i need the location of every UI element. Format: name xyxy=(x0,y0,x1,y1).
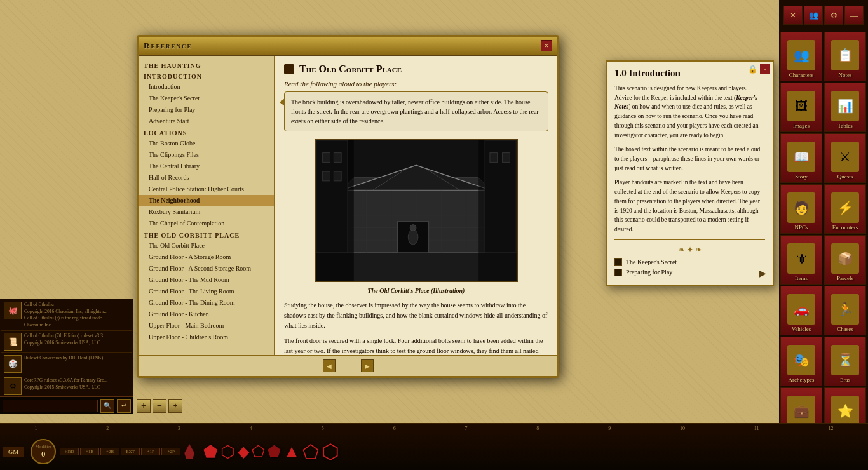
nav-item-adventure-start[interactable]: Adventure Start xyxy=(139,116,274,127)
info-divider xyxy=(614,239,765,240)
zoom-reset-button[interactable]: ⌖ xyxy=(168,399,182,413)
d8-die[interactable]: ◆ xyxy=(238,443,249,460)
stat-ext: EXT xyxy=(121,448,140,455)
d12-die[interactable]: ⬟ xyxy=(268,443,281,460)
nav-prev-button[interactable]: ◀ xyxy=(323,359,336,372)
nav-item-storage-a[interactable]: Ground Floor - A Storage Room xyxy=(139,252,274,263)
info-paragraph1: This scenario is designed for new Keeper… xyxy=(614,84,765,140)
ext-label: EXT xyxy=(126,449,135,454)
nav-item-chapel[interactable]: The Chapel of Contemplation xyxy=(139,218,274,229)
ad-item-2[interactable]: 📜 Call of Cthulhu (7th Edition) ruleset … xyxy=(1,331,132,353)
sidebar-top-btn-4[interactable]: — xyxy=(844,6,864,25)
stat-1p[interactable]: +1P xyxy=(141,448,160,455)
d20-die[interactable]: ⬠ xyxy=(302,441,319,463)
characters-icon: 👥 xyxy=(787,40,815,70)
info-panel-close-button[interactable]: × xyxy=(760,64,770,74)
nav-item-mud-room[interactable]: Ground Floor - The Mud Room xyxy=(139,274,274,286)
nav-section-corbitt: The Old Corbitt Place xyxy=(139,229,274,240)
info-panel: × 🔒 1.0 Introduction This scenario is de… xyxy=(606,60,774,286)
ad-item-3[interactable]: 🎲 Ruleset Conversion by DIE Hard (LINK) xyxy=(1,353,132,375)
sidebar-btn-tables[interactable]: 📊 Tables xyxy=(824,83,866,132)
sidebar-btn-vehicles[interactable]: 🚗 Vehicles xyxy=(780,286,822,335)
zoom-in-button[interactable]: + xyxy=(137,399,151,413)
nav-item-main-bedroom[interactable]: Upper Floor - Main Bedroom xyxy=(139,320,274,332)
svg-rect-23 xyxy=(485,140,516,253)
nav-item-dining-room[interactable]: Ground Floor - The Dining Room xyxy=(139,297,274,309)
search-button[interactable]: 🔍 xyxy=(100,399,114,413)
sidebar-btn-story[interactable]: 📖 Story xyxy=(780,133,822,183)
ad-text-2: Call of Cthulhu (7th Edition) ruleset v3… xyxy=(24,333,107,346)
zoom-out-button[interactable]: − xyxy=(153,399,166,413)
content-panel: The Old Corbitt Place Read the following… xyxy=(275,56,557,355)
hrd-label: HRD xyxy=(65,449,74,454)
ornament: ❧ ✦ ❧ xyxy=(614,245,765,255)
ruler-2: 2 xyxy=(106,426,109,431)
nav-item-central-library[interactable]: The Central Library xyxy=(139,161,274,172)
content-paragraph1: Studying the house, the observer is impr… xyxy=(284,300,548,331)
d4-die[interactable]: ⬟ xyxy=(203,442,218,462)
sidebar-btn-items[interactable]: 🗡 Items xyxy=(780,235,822,285)
nav-item-corbitt-place[interactable]: The Old Corbitt Place xyxy=(139,240,274,252)
nav-item-kitchen[interactable]: Ground Floor - Kitchen xyxy=(139,309,274,320)
sidebar-btn-images[interactable]: 🖼 Images xyxy=(780,83,822,132)
checkbox-2[interactable] xyxy=(614,269,622,276)
checkbox-item-2: Preparing for Play xyxy=(614,269,765,276)
d6-die[interactable]: ⬡ xyxy=(220,442,235,462)
sidebar-btn-characters[interactable]: 👥 Characters xyxy=(780,32,822,81)
cthulhu-icon: 🐙 xyxy=(4,302,22,319)
ruler-8: 8 xyxy=(536,426,539,431)
sidebar-top-btn-3[interactable]: ⚙ xyxy=(824,6,843,25)
checkbox-label-1: The Keeper's Secret xyxy=(626,258,677,265)
content-title: The Old Corbitt Place xyxy=(299,64,402,75)
ruler-10: 10 xyxy=(680,426,685,431)
info-nav-arrow[interactable]: ▶ xyxy=(759,268,766,279)
sidebar-label-quests: Quests xyxy=(837,173,853,180)
die-hard-icon: 🎲 xyxy=(4,355,22,373)
archetypes-icon: 🎭 xyxy=(787,345,815,375)
stat-2b[interactable]: +2B xyxy=(100,448,119,455)
sidebar-btn-eras[interactable]: ⏳ Eras xyxy=(824,337,866,386)
nav-next-button[interactable]: ▶ xyxy=(361,359,374,372)
nav-item-roxbury[interactable]: Roxbury Sanitarium xyxy=(139,206,274,218)
dialog-close-button[interactable]: × xyxy=(541,40,552,51)
sidebar-btn-parcels[interactable]: 📦 Parcels xyxy=(824,235,866,285)
nav-item-living-room[interactable]: Ground Floor - The Living Room xyxy=(139,286,274,297)
nav-item-preparing[interactable]: Preparing for Play xyxy=(139,104,274,116)
stat-2p[interactable]: +2P xyxy=(161,448,180,455)
nav-item-storage-b[interactable]: Ground Floor - A Second Storage Room xyxy=(139,263,274,274)
sidebar-btn-npcs[interactable]: 🧑 NPCs xyxy=(780,184,822,234)
nav-section-haunting: The Haunting xyxy=(139,60,274,70)
sidebar-btn-chases[interactable]: 🏃 Chases xyxy=(824,286,866,335)
nav-item-childrens-room[interactable]: Upper Floor - Children's Room xyxy=(139,332,274,343)
ruler-11: 11 xyxy=(754,426,759,431)
svg-rect-29 xyxy=(503,153,510,163)
nav-item-clippings[interactable]: The Clippings Files xyxy=(139,149,274,161)
nav-item-police-station[interactable]: Central Police Station: Higher Courts xyxy=(139,184,274,195)
sidebar-top-btn-2[interactable]: 👥 xyxy=(804,6,823,25)
sidebar-btn-notes[interactable]: 📋 Notes xyxy=(824,32,866,81)
sidebar-btn-archetypes[interactable]: 🎭 Archetypes xyxy=(780,337,822,386)
checkbox-1[interactable] xyxy=(614,258,622,266)
sidebar-btn-quests[interactable]: ⚔ Quests xyxy=(824,133,866,183)
d10-die[interactable]: ⬠ xyxy=(252,443,265,460)
nav-item-introduction[interactable]: Introduction xyxy=(139,81,274,93)
svg-rect-24 xyxy=(323,153,330,163)
nav-item-boston-globe[interactable]: The Boston Globe xyxy=(139,138,274,149)
nav-panel: The Haunting Introduction Introduction T… xyxy=(139,56,275,355)
ad-item-4[interactable]: ⚙ CoreRPG ruleset v3.3.6A for Fantasy Gr… xyxy=(1,375,132,398)
ad-text-3: Ruleset Conversion by DIE Hard (LINK) xyxy=(24,355,103,362)
nav-item-neighborhood[interactable]: The Neighborhood xyxy=(139,195,274,206)
search-enter-button[interactable]: ↵ xyxy=(117,399,131,413)
sidebar-btn-encounters[interactable]: ⚡ Encounters xyxy=(824,184,866,234)
nav-item-keepers-secret[interactable]: The Keeper's Secret xyxy=(139,93,274,104)
search-input[interactable] xyxy=(3,399,98,412)
d-triangle-die[interactable]: ▲ xyxy=(283,442,300,461)
sidebar-top-btn-1[interactable]: ✕ xyxy=(783,6,803,25)
ad-item-1[interactable]: 🐙 Call of CthulhuCopyright 2016 Chaosium… xyxy=(1,300,132,331)
info-panel-title: 1.0 Introduction xyxy=(614,68,765,79)
d100-die[interactable]: ⬡ xyxy=(322,440,339,464)
nav-section-locations: Locations xyxy=(139,127,274,138)
occupations-icon: 💼 xyxy=(787,396,815,426)
nav-item-hall-records[interactable]: Hall of Records xyxy=(139,172,274,184)
ruler-6: 6 xyxy=(393,426,396,431)
